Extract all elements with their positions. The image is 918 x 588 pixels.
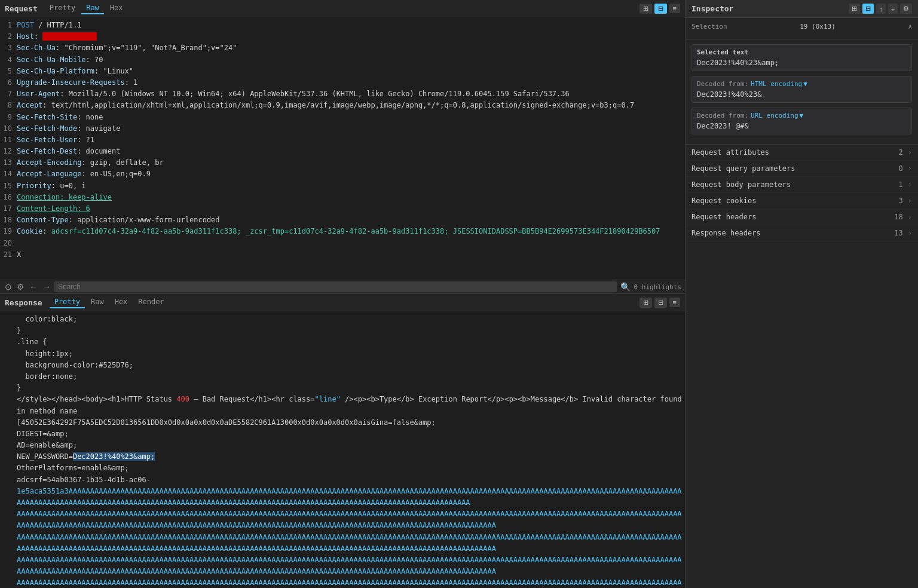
decoded-url-box: Decoded from: URL encoding ▼ Dec2023! @#… xyxy=(691,108,912,134)
row-count-resp-headers: 13 xyxy=(894,229,902,237)
inspector-row-body[interactable]: Request body parameters 1 › xyxy=(686,177,918,193)
resp-line-1: color:black; xyxy=(0,314,685,325)
request-line-20: 20 xyxy=(0,238,685,249)
request-line-17: 17 Content-Length: 6 xyxy=(0,203,685,215)
inspector-row-cookies[interactable]: Request cookies 3 › xyxy=(686,193,918,209)
response-header: Response Pretty Raw Hex Render ⊞ ⊟ ≡ xyxy=(0,294,685,311)
request-view-btn[interactable]: ⊟ xyxy=(654,4,667,14)
decoded-url-type[interactable]: URL encoding ▼ xyxy=(751,112,803,120)
response-title: Response xyxy=(5,298,42,307)
resp-line-a4: AAAAAAAAAAAAAAAAAAAAAAAAAAAAAAAAAAAAAAAA… xyxy=(0,577,685,588)
inspector-row-attributes[interactable]: Request attributes 2 › xyxy=(686,145,918,161)
response-toolbar: ⊞ ⊟ ≡ xyxy=(639,298,680,308)
response-menu-btn[interactable]: ≡ xyxy=(669,298,680,307)
request-line-9: 9 Sec-Fetch-Site: none xyxy=(0,112,685,123)
row-arrow-body: › xyxy=(908,180,912,189)
decoded-html-label: Decoded from: xyxy=(697,80,748,88)
inspector-panel: Inspector ⊞ ⊟ ↕ ÷ ⚙ Selection 19 (0x13) … xyxy=(685,0,918,588)
resp-line-8: </style></head><body><h1>HTTP Status 400… xyxy=(0,394,685,416)
decoded-html-type[interactable]: HTML encoding ▼ xyxy=(751,80,807,88)
resp-line-7: } xyxy=(0,382,685,394)
selection-collapse[interactable]: ∧ xyxy=(908,23,912,30)
request-wrap-btn[interactable]: ⊞ xyxy=(639,4,652,14)
request-toolbar: ⊞ ⊟ ≡ xyxy=(639,4,680,14)
resp-line-15: 1e5aca5351a3AAAAAAAAAAAAAAAAAAAAAAAAAAAA… xyxy=(0,486,685,509)
search-prev-btn[interactable]: ← xyxy=(28,282,39,292)
search-input[interactable] xyxy=(54,281,617,292)
inspector-row-req-headers[interactable]: Request headers 18 › xyxy=(686,209,918,225)
request-line-3: 3 Sec-Ch-Ua: "Chromium";v="119", "Not?A_… xyxy=(0,42,685,54)
search-next-btn[interactable]: → xyxy=(41,282,52,292)
request-line-4: 4 Sec-Ch-Ua-Mobile: ?0 xyxy=(0,54,685,66)
decoded-html-box: Decoded from: HTML encoding ▼ Dec2023!%4… xyxy=(691,76,912,103)
request-line-1: 1 POST / HTTP/1.1 xyxy=(0,20,685,31)
resp-line-5: background-color:#525D76; xyxy=(0,360,685,371)
tab-response-pretty[interactable]: Pretty xyxy=(50,296,85,308)
tab-pretty[interactable]: Pretty xyxy=(45,2,80,14)
resp-line-4: height:1px; xyxy=(0,348,685,360)
inspector-header: Inspector ⊞ ⊟ ↕ ÷ ⚙ xyxy=(686,0,918,18)
response-section: Response Pretty Raw Hex Render ⊞ ⊟ ≡ col… xyxy=(0,294,685,588)
inspector-body: Selection 19 (0x13) ∧ Selected text Dec2… xyxy=(686,18,918,588)
resp-line-a1: AAAAAAAAAAAAAAAAAAAAAAAAAAAAAAAAAAAAAAAA… xyxy=(0,509,685,531)
row-label-attributes: Request attributes xyxy=(691,148,899,157)
inspector-btn-4[interactable]: ÷ xyxy=(888,4,898,14)
request-line-13: 13 Accept-Encoding: gzip, deflate, br xyxy=(0,157,685,169)
selection-row: Selection 19 (0x13) ∧ xyxy=(691,23,912,30)
row-arrow-attributes: › xyxy=(908,148,912,157)
selected-text-value: Dec2023!%40%23&amp; xyxy=(697,59,907,67)
selected-text-box: Selected text Dec2023!%40%23&amp; xyxy=(691,44,912,71)
decoded-html-value: Dec2023!%40%23& xyxy=(697,90,907,99)
request-line-16: 16 Connection: keep-alive xyxy=(0,192,685,203)
response-view-btn[interactable]: ⊟ xyxy=(654,298,667,308)
request-line-6: 6 Upgrade-Insecure-Requests: 1 xyxy=(0,77,685,88)
inspector-btn-3[interactable]: ↕ xyxy=(876,4,886,14)
row-arrow-cookies: › xyxy=(908,197,912,205)
row-label-body: Request body parameters xyxy=(691,180,899,189)
row-count-body: 1 xyxy=(899,180,903,189)
inspector-toolbar: ⊞ ⊟ ↕ ÷ ⚙ xyxy=(849,4,912,14)
request-line-19: 19 Cookie: adcsrf=c11d07c4-32a9-4f82-aa5… xyxy=(0,226,685,237)
search-bar: ⊙ ⚙ ← → 🔍 0 highlights xyxy=(0,280,685,294)
row-label-req-headers: Request headers xyxy=(691,213,894,221)
row-label-cookies: Request cookies xyxy=(691,197,899,205)
inspector-title: Inspector xyxy=(691,4,849,13)
inspector-row-query[interactable]: Request query parameters 0 › xyxy=(686,161,918,177)
request-code: 1 POST / HTTP/1.1 2 Host: 3 Sec-Ch-Ua: "… xyxy=(0,17,685,280)
request-line-18: 18 Content-Type: application/x-www-form-… xyxy=(0,215,685,226)
response-wrap-btn[interactable]: ⊞ xyxy=(639,298,652,308)
resp-line-11: AD=enable&amp; xyxy=(0,440,685,451)
row-label-query: Request query parameters xyxy=(691,164,899,173)
resp-line-12: NEW_PASSWORD=Dec2023!%40%23&amp; xyxy=(0,451,685,463)
inspector-btn-2[interactable]: ⊟ xyxy=(862,4,874,14)
tab-response-raw[interactable]: Raw xyxy=(86,296,109,308)
request-line-12: 12 Sec-Fetch-Dest: document xyxy=(0,146,685,157)
request-menu-btn[interactable]: ≡ xyxy=(669,4,680,13)
inspector-btn-settings[interactable]: ⚙ xyxy=(900,4,912,14)
decoded-url-label: Decoded from: xyxy=(697,112,748,120)
inspector-btn-1[interactable]: ⊞ xyxy=(849,4,860,14)
response-tabs: Pretty Raw Hex Render xyxy=(50,296,169,308)
selection-label: Selection xyxy=(691,23,727,30)
request-line-10: 10 Sec-Fetch-Mode: navigate xyxy=(0,123,685,134)
decoded-url-header: Decoded from: URL encoding ▼ xyxy=(697,112,907,120)
tab-hex[interactable]: Hex xyxy=(105,2,128,14)
resp-line-10: DIGEST=&amp; xyxy=(0,428,685,440)
selection-section: Selection 19 (0x13) ∧ xyxy=(686,18,918,39)
search-settings-btn[interactable]: ⚙ xyxy=(16,282,26,292)
row-arrow-query: › xyxy=(908,164,912,173)
row-count-query: 0 xyxy=(899,164,903,173)
search-execute-btn[interactable]: 🔍 xyxy=(619,282,632,292)
tab-response-hex[interactable]: Hex xyxy=(110,296,133,308)
tab-response-render[interactable]: Render xyxy=(133,296,169,308)
request-line-7: 7 User-Agent: Mozilla/5.0 (Windows NT 10… xyxy=(0,88,685,100)
selected-text-section: Selected text Dec2023!%40%23&amp; Decode… xyxy=(686,39,918,145)
resp-line-9: [45052E364292F75A5EDC52D0136561DD0x0d0x0… xyxy=(0,417,685,428)
tab-raw[interactable]: Raw xyxy=(81,2,104,14)
resp-line-13: OtherPlatforms=enable&amp; xyxy=(0,463,685,474)
request-line-2: 2 Host: xyxy=(0,31,685,42)
row-arrow-resp-headers: › xyxy=(908,229,912,237)
search-loop-btn[interactable]: ⊙ xyxy=(4,282,13,292)
inspector-row-resp-headers[interactable]: Response headers 13 › xyxy=(686,225,918,241)
row-arrow-req-headers: › xyxy=(908,213,912,221)
